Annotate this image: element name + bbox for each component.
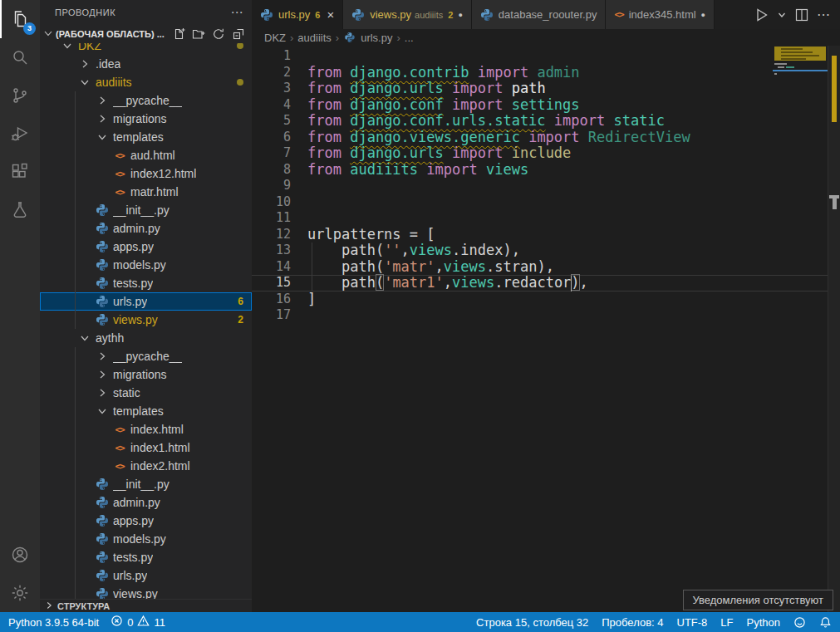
code-line[interactable]: 6from django.views.generic import Redire… bbox=[252, 130, 840, 146]
vscode-window: 3 bbox=[0, 0, 840, 632]
problems-indicator[interactable]: 0 11 bbox=[111, 615, 165, 630]
code-line[interactable]: 9 bbox=[252, 178, 840, 194]
tree-row[interactable]: urls.py6 bbox=[40, 292, 252, 311]
code-line[interactable]: 4from django.conf import settings bbox=[252, 97, 840, 114]
tree-row[interactable]: <>index12.html bbox=[40, 164, 252, 183]
editor-more-actions-icon[interactable]: ⋯ bbox=[817, 7, 830, 22]
code-editor[interactable]: 12from django.contrib import admin3from … bbox=[252, 46, 840, 612]
tree-row[interactable]: urls.py bbox=[40, 566, 252, 585]
line-number: 3 bbox=[252, 81, 291, 97]
cursor-position[interactable]: Строка 15, столбец 32 bbox=[476, 616, 588, 629]
minimap[interactable] bbox=[773, 46, 828, 345]
tree-row[interactable]: admin.py bbox=[40, 493, 252, 512]
tree-row[interactable]: <>index1.html bbox=[40, 438, 252, 457]
code-line[interactable]: 7from django.urls import include bbox=[252, 145, 840, 162]
tree-row[interactable]: admin.py bbox=[40, 219, 252, 238]
split-editor-button[interactable] bbox=[794, 7, 809, 22]
account-icon[interactable] bbox=[0, 536, 40, 574]
tree-row[interactable]: migrations bbox=[40, 365, 252, 384]
tree-row[interactable]: __pycache__ bbox=[40, 347, 252, 365]
code-token: , bbox=[435, 258, 444, 275]
tab-urls.py[interactable]: urls.py6× bbox=[252, 0, 343, 29]
code-line[interactable]: 10 bbox=[252, 194, 840, 211]
tree-row[interactable]: aythh bbox=[40, 329, 252, 347]
language-mode[interactable]: Python bbox=[747, 616, 780, 629]
extensions-icon[interactable] bbox=[0, 153, 40, 191]
tree-row[interactable]: tests.py bbox=[40, 274, 252, 292]
code-line[interactable]: 12urlpatterns = [ bbox=[252, 227, 840, 243]
tree-row[interactable]: templates bbox=[40, 402, 252, 420]
code-line[interactable]: 8from audiiits import views bbox=[252, 162, 840, 179]
sidebar-more-actions-icon[interactable]: ⋯ bbox=[231, 5, 244, 20]
code-line[interactable]: 15 path('matr1',views.redactor), bbox=[252, 275, 840, 292]
testing-icon[interactable] bbox=[0, 191, 40, 229]
tree-row[interactable]: views.py2 bbox=[40, 311, 252, 329]
indentation[interactable]: Пробелов: 4 bbox=[602, 616, 663, 629]
tree-row[interactable]: views.py bbox=[40, 585, 252, 599]
code-token bbox=[546, 112, 554, 129]
explorer-icon[interactable]: 3 bbox=[0, 0, 40, 38]
new-file-icon[interactable] bbox=[172, 27, 185, 41]
tree-row[interactable]: models.py bbox=[40, 530, 252, 548]
tab-database_roouter.py[interactable]: database_roouter.py bbox=[472, 0, 607, 29]
tree-row[interactable]: <>aud.html bbox=[40, 146, 252, 164]
code-line[interactable]: 17 bbox=[252, 307, 840, 324]
scrollbar[interactable] bbox=[828, 46, 840, 612]
outline-label: СТРУКТУРА bbox=[57, 601, 110, 611]
run-dropdown-chevron-icon[interactable] bbox=[777, 10, 787, 20]
python-file-icon bbox=[95, 222, 110, 235]
indentation-label: Пробелов: 4 bbox=[602, 616, 663, 629]
tree-row[interactable]: models.py bbox=[40, 256, 252, 274]
tree-row[interactable]: templates bbox=[40, 128, 252, 146]
tree-row[interactable]: <>index.html bbox=[40, 420, 252, 438]
tree-row[interactable]: apps.py bbox=[40, 238, 252, 256]
text-cursor bbox=[571, 276, 572, 292]
run-debug-icon[interactable] bbox=[0, 115, 40, 153]
code-line[interactable]: 2from django.contrib import admin bbox=[252, 65, 840, 81]
chevron-right-icon bbox=[95, 386, 110, 399]
code-line[interactable]: 5from django.conf.urls.static import sta… bbox=[252, 113, 840, 130]
eol-sequence[interactable]: LF bbox=[720, 616, 733, 629]
tree-row[interactable]: __init__.py bbox=[40, 475, 252, 493]
code-token bbox=[444, 145, 452, 161]
breadcrumb-item[interactable]: ... bbox=[405, 32, 414, 44]
breadcrumb-item[interactable]: urls.py bbox=[361, 32, 392, 44]
code-line[interactable]: 1 bbox=[252, 48, 840, 65]
tree-row[interactable]: static bbox=[40, 384, 252, 402]
tree-row[interactable]: .idea bbox=[40, 55, 252, 73]
tree-row[interactable]: DKZ bbox=[40, 43, 252, 55]
encoding[interactable]: UTF-8 bbox=[677, 616, 708, 629]
tree-row[interactable]: __init__.py bbox=[40, 201, 252, 219]
source-control-icon[interactable] bbox=[0, 76, 40, 115]
tab-index345.html[interactable]: <>index345.html● bbox=[606, 0, 715, 29]
tab-views.py[interactable]: views.pyaudiiits2● bbox=[343, 0, 472, 29]
tree-row[interactable]: tests.py bbox=[40, 548, 252, 566]
code-line[interactable]: 11 bbox=[252, 210, 840, 227]
outline-section-header[interactable]: СТРУКТУРА bbox=[40, 599, 252, 612]
tree-item-label: models.py bbox=[113, 532, 166, 546]
code-line[interactable]: 16] bbox=[252, 292, 840, 308]
python-version[interactable]: Python 3.9.5 64-bit bbox=[8, 616, 99, 629]
code-line[interactable]: 3from django.urls import path bbox=[252, 81, 840, 97]
new-folder-icon[interactable] bbox=[192, 27, 205, 41]
refresh-icon[interactable] bbox=[212, 27, 225, 41]
code-line[interactable]: 13 path('',views.index), bbox=[252, 243, 840, 259]
tree-row[interactable]: <>index2.html bbox=[40, 457, 252, 475]
feedback-icon[interactable] bbox=[793, 616, 806, 629]
run-python-file-button[interactable] bbox=[753, 7, 769, 23]
notifications-bell-icon[interactable] bbox=[819, 616, 832, 629]
tree-row[interactable]: migrations bbox=[40, 110, 252, 128]
workspace-section-header[interactable]: (РАБОЧАЯ ОБЛАСТЬ) ... bbox=[40, 25, 252, 43]
settings-gear-icon[interactable] bbox=[0, 574, 40, 612]
breadcrumb-item[interactable]: DKZ bbox=[264, 32, 286, 44]
search-icon[interactable] bbox=[0, 38, 40, 76]
tree-row[interactable]: audiiits bbox=[40, 73, 252, 91]
tree-row[interactable]: __pycache__ bbox=[40, 91, 252, 110]
tree-item-label: migrations bbox=[113, 368, 167, 381]
close-icon[interactable]: × bbox=[327, 8, 334, 21]
tree-row[interactable]: apps.py bbox=[40, 512, 252, 530]
collapse-all-icon[interactable] bbox=[232, 27, 245, 41]
tree-row[interactable]: <>matr.html bbox=[40, 183, 252, 201]
breadcrumb-item[interactable]: audiiits bbox=[297, 32, 331, 44]
code-line[interactable]: 14 path('matr',views.stran), bbox=[252, 259, 840, 276]
